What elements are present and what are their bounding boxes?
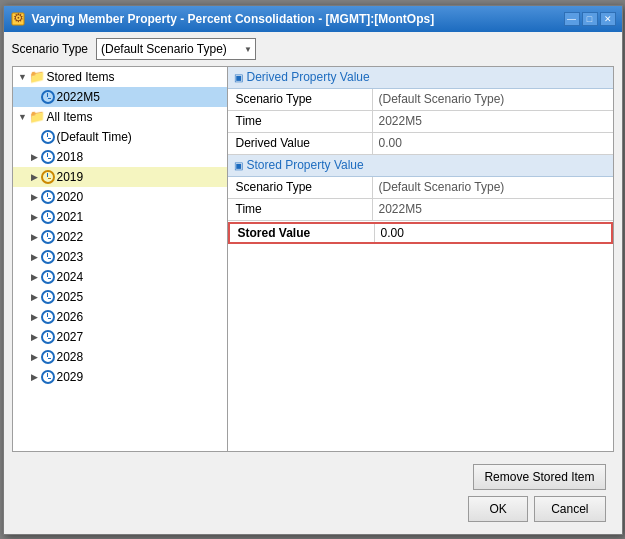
time-icon-2021 [41, 210, 55, 224]
scenario-type-select[interactable]: (Default Scenario Type) [96, 38, 256, 60]
right-panel-inner: ▣ Derived Property Value Scenario Type (… [228, 67, 613, 451]
tree-label-2025: 2025 [57, 290, 84, 304]
time-icon-2022m5 [41, 90, 55, 104]
tree-item-2020[interactable]: ▶ 2020 [13, 187, 227, 207]
stored-section-toggle[interactable]: ▣ [234, 160, 243, 171]
folder-icon-stored: 📁 [29, 69, 45, 85]
stored-section-title: Stored Property Value [247, 158, 364, 172]
title-bar-left: ⚙ Varying Member Property - Percent Cons… [10, 11, 435, 27]
time-icon-2028 [41, 350, 55, 364]
expander-2020[interactable]: ▶ [29, 191, 41, 203]
tree-item-2026[interactable]: ▶ 2026 [13, 307, 227, 327]
derived-section-header: ▣ Derived Property Value [228, 67, 613, 89]
time-icon-2019 [41, 170, 55, 184]
tree-item-2021[interactable]: ▶ 2021 [13, 207, 227, 227]
scenario-type-label: Scenario Type [12, 42, 89, 56]
stored-row-scenario-type: Scenario Type (Default Scenario Type) [228, 177, 613, 199]
window-icon: ⚙ [10, 11, 26, 27]
expander-2024[interactable]: ▶ [29, 271, 41, 283]
expander-2026[interactable]: ▶ [29, 311, 41, 323]
stored-row-time: Time 2022M5 [228, 199, 613, 221]
stored-value-value[interactable]: 0.00 [375, 224, 611, 242]
expander-2027[interactable]: ▶ [29, 331, 41, 343]
main-pane: ▼ 📁 Stored Items 2022M5 ▼ 📁 All Item [12, 66, 614, 452]
derived-section-toggle[interactable]: ▣ [234, 72, 243, 83]
expander-2028[interactable]: ▶ [29, 351, 41, 363]
minimize-button[interactable]: — [564, 12, 580, 26]
stored-scenario-type-value: (Default Scenario Type) [373, 177, 613, 198]
window-title: Varying Member Property - Percent Consol… [32, 12, 435, 26]
derived-time-value: 2022M5 [373, 111, 613, 132]
stored-row-stored-value[interactable]: Stored Value 0.00 [228, 222, 613, 244]
tree-item-2019[interactable]: ▶ 2019 [13, 167, 227, 187]
tree-item-2018[interactable]: ▶ 2018 [13, 147, 227, 167]
expander-all-items[interactable]: ▼ [17, 111, 29, 123]
expander-2022m5-empty [29, 91, 41, 103]
stored-scenario-type-name: Scenario Type [228, 177, 373, 198]
stored-time-value: 2022M5 [373, 199, 613, 220]
tree-item-2022[interactable]: ▶ 2022 [13, 227, 227, 247]
time-icon-2022 [41, 230, 55, 244]
svg-text:⚙: ⚙ [12, 11, 23, 25]
left-panel[interactable]: ▼ 📁 Stored Items 2022M5 ▼ 📁 All Item [13, 67, 228, 451]
time-icon-2026 [41, 310, 55, 324]
tree-label-2022: 2022 [57, 230, 84, 244]
tree-label-stored-items: Stored Items [47, 70, 115, 84]
tree-label-2018: 2018 [57, 150, 84, 164]
cancel-button[interactable]: Cancel [534, 496, 605, 522]
tree-item-2027[interactable]: ▶ 2027 [13, 327, 227, 347]
remove-stored-item-button[interactable]: Remove Stored Item [473, 464, 605, 490]
tree-item-2024[interactable]: ▶ 2024 [13, 267, 227, 287]
stored-section-header: ▣ Stored Property Value [228, 155, 613, 177]
expander-2025[interactable]: ▶ [29, 291, 41, 303]
tree-label-2028: 2028 [57, 350, 84, 364]
expander-2021[interactable]: ▶ [29, 211, 41, 223]
tree-item-2029[interactable]: ▶ 2029 [13, 367, 227, 387]
derived-value-name: Derived Value [228, 133, 373, 154]
right-panel: ▣ Derived Property Value Scenario Type (… [228, 67, 613, 451]
expander-stored-items[interactable]: ▼ [17, 71, 29, 83]
tree-label-2024: 2024 [57, 270, 84, 284]
close-button[interactable]: ✕ [600, 12, 616, 26]
time-icon-2023 [41, 250, 55, 264]
ok-cancel-row: OK Cancel [20, 496, 606, 522]
tree-item-2023[interactable]: ▶ 2023 [13, 247, 227, 267]
folder-icon-all: 📁 [29, 109, 45, 125]
time-icon-default [41, 130, 55, 144]
tree-item-2025[interactable]: ▶ 2025 [13, 287, 227, 307]
time-icon-2029 [41, 370, 55, 384]
stored-value-name: Stored Value [230, 224, 375, 242]
tree-item-stored-items-header[interactable]: ▼ 📁 Stored Items [13, 67, 227, 87]
tree-item-2022m5[interactable]: 2022M5 [13, 87, 227, 107]
ok-button[interactable]: OK [468, 496, 528, 522]
expander-2019[interactable]: ▶ [29, 171, 41, 183]
derived-row-time: Time 2022M5 [228, 111, 613, 133]
scenario-row: Scenario Type (Default Scenario Type) [12, 38, 614, 60]
time-icon-2025 [41, 290, 55, 304]
tree-label-2022m5: 2022M5 [57, 90, 100, 104]
expander-2029[interactable]: ▶ [29, 371, 41, 383]
tree-label-2019: 2019 [57, 170, 84, 184]
tree-item-2028[interactable]: ▶ 2028 [13, 347, 227, 367]
expander-2018[interactable]: ▶ [29, 151, 41, 163]
tree-label-2029: 2029 [57, 370, 84, 384]
remove-row: Remove Stored Item [20, 464, 606, 490]
expander-2022[interactable]: ▶ [29, 231, 41, 243]
time-icon-2027 [41, 330, 55, 344]
bottom-area: Remove Stored Item OK Cancel [12, 458, 614, 528]
expander-default-time-empty [29, 131, 41, 143]
maximize-button[interactable]: □ [582, 12, 598, 26]
title-controls: — □ ✕ [564, 12, 616, 26]
tree-item-all-items-header[interactable]: ▼ 📁 All Items [13, 107, 227, 127]
tree-label-default-time: (Default Time) [57, 130, 132, 144]
main-window: ⚙ Varying Member Property - Percent Cons… [3, 5, 623, 535]
time-icon-2020 [41, 190, 55, 204]
content-area: Scenario Type (Default Scenario Type) ▼ … [4, 32, 622, 534]
derived-value-value: 0.00 [373, 133, 613, 154]
tree-label-2026: 2026 [57, 310, 84, 324]
expander-2023[interactable]: ▶ [29, 251, 41, 263]
tree-item-default-time[interactable]: (Default Time) [13, 127, 227, 147]
scenario-select-wrapper[interactable]: (Default Scenario Type) [96, 38, 256, 60]
tree-label-2023: 2023 [57, 250, 84, 264]
derived-scenario-type-value: (Default Scenario Type) [373, 89, 613, 110]
